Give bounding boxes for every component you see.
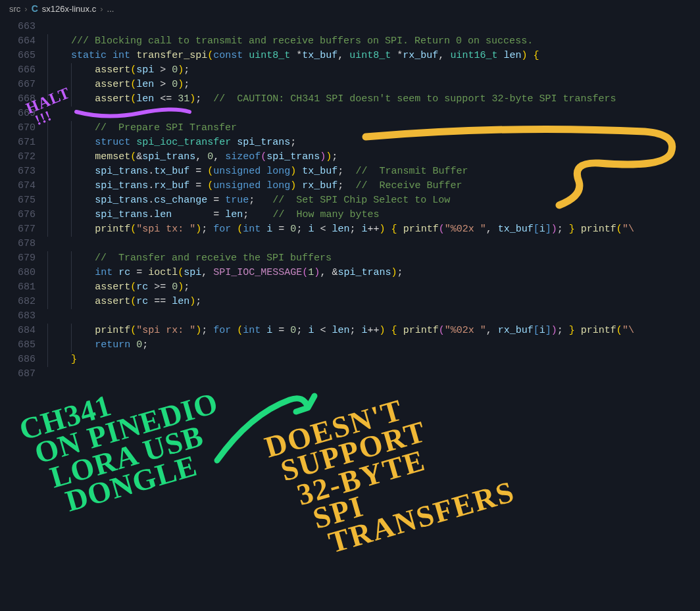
code-content[interactable]: // Transfer and receive the SPI buffers [47,251,700,266]
code-line[interactable]: 679 // Transfer and receive the SPI buff… [0,251,700,266]
code-content[interactable] [47,107,700,121]
line-number: 674 [0,179,47,193]
code-line[interactable]: 687 [0,367,700,381]
line-number: 683 [0,309,47,324]
line-number: 669 [0,107,47,121]
code-content[interactable]: spi_trans.rx_buf = (unsigned long) rx_bu… [47,179,700,193]
code-line[interactable]: 686 } [0,353,700,367]
code-line[interactable]: 676 spi_trans.len = len; // How many byt… [0,208,700,222]
code-line[interactable]: 682 assert(rc == len); [0,295,700,309]
line-number: 686 [0,353,47,367]
line-number: 681 [0,280,47,295]
breadcrumb-root[interactable]: src [9,4,20,14]
line-number: 685 [0,338,47,353]
code-editor[interactable]: 663664 /// Blocking call to transmit and… [0,17,700,381]
code-content[interactable]: } [47,353,700,367]
code-content[interactable]: printf("spi tx: "); for (int i = 0; i < … [47,222,700,237]
line-number: 680 [0,266,47,280]
breadcrumb-more[interactable]: ... [107,4,114,14]
line-number: 663 [0,20,47,34]
line-number: 672 [0,150,47,164]
line-number: 666 [0,63,47,78]
code-line[interactable]: 665 static int transfer_spi(const uint8_… [0,49,700,63]
breadcrumb-file[interactable]: sx126x-linux.c [42,4,96,14]
code-line[interactable]: 681 assert(rc >= 0); [0,280,700,295]
code-content[interactable]: assert(rc >= 0); [47,280,700,295]
line-number: 677 [0,222,47,237]
chevron-right-icon: › [24,4,27,14]
code-content[interactable]: memset(&spi_trans, 0, sizeof(spi_trans))… [47,150,700,164]
line-number: 671 [0,135,47,150]
code-content[interactable]: return 0; [47,338,700,353]
code-line[interactable]: 674 spi_trans.rx_buf = (unsigned long) r… [0,179,700,193]
code-line[interactable]: 664 /// Blocking call to transmit and re… [0,34,700,49]
code-line[interactable]: 667 assert(len > 0); [0,78,700,92]
code-line[interactable]: 685 return 0; [0,338,700,353]
code-content[interactable]: int rc = ioctl(spi, SPI_IOC_MESSAGE(1), … [47,266,700,280]
code-line[interactable]: 671 struct spi_ioc_transfer spi_trans; [0,135,700,150]
line-number: 670 [0,121,47,135]
code-line[interactable]: 677 printf("spi tx: "); for (int i = 0; … [0,222,700,237]
annotation-green-text: CH341 ON PINEDIO LORA USB DONGLE [16,363,236,522]
code-content[interactable] [47,309,700,324]
code-line[interactable]: 673 spi_trans.tx_buf = (unsigned long) t… [0,164,700,179]
line-number: 687 [0,367,47,381]
code-content[interactable]: static int transfer_spi(const uint8_t *t… [47,49,700,63]
code-line[interactable]: 678 [0,237,700,251]
code-content[interactable] [47,367,700,381]
code-line[interactable]: 683 [0,309,700,324]
c-file-icon: C [32,3,38,14]
code-line[interactable]: 663 [0,20,700,34]
code-line[interactable]: 684 printf("spi rx: "); for (int i = 0; … [0,324,700,338]
line-number: 682 [0,295,47,309]
code-line[interactable]: 668 assert(len <= 31); // CAUTION: CH341… [0,92,700,107]
code-content[interactable]: assert(len > 0); [47,78,700,92]
line-number: 668 [0,92,47,107]
code-content[interactable]: printf("spi rx: "); for (int i = 0; i < … [47,324,700,338]
code-content[interactable]: /// Blocking call to transmit and receiv… [47,34,700,49]
line-number: 679 [0,251,47,266]
code-content[interactable]: assert(len <= 31); // CAUTION: CH341 SPI… [47,92,700,107]
code-content[interactable] [47,20,700,34]
code-content[interactable]: spi_trans.len = len; // How many bytes [47,208,700,222]
code-content[interactable]: assert(rc == len); [47,295,700,309]
code-line[interactable]: 680 int rc = ioctl(spi, SPI_IOC_MESSAGE(… [0,266,700,280]
code-line[interactable]: 666 assert(spi > 0); [0,63,700,78]
breadcrumb[interactable]: src › C sx126x-linux.c › ... [0,0,700,17]
code-content[interactable]: spi_trans.tx_buf = (unsigned long) tx_bu… [47,164,700,179]
line-number: 665 [0,49,47,63]
line-number: 676 [0,208,47,222]
code-line[interactable]: 670 // Prepare SPI Transfer [0,121,700,135]
line-number: 664 [0,34,47,49]
line-number: 667 [0,78,47,92]
code-line[interactable]: 675 spi_trans.cs_change = true; // Set S… [0,193,700,208]
code-content[interactable]: // Prepare SPI Transfer [47,121,700,135]
code-line[interactable]: 672 memset(&spi_trans, 0, sizeof(spi_tra… [0,150,700,164]
chevron-right-icon: › [100,4,103,14]
code-content[interactable] [47,237,700,251]
code-content[interactable]: assert(spi > 0); [47,63,700,78]
line-number: 684 [0,324,47,338]
code-content[interactable]: spi_trans.cs_change = true; // Set SPI C… [47,193,700,208]
line-number: 673 [0,164,47,179]
code-line[interactable]: 669 [0,107,700,121]
code-content[interactable]: struct spi_ioc_transfer spi_trans; [47,135,700,150]
line-number: 678 [0,237,47,251]
line-number: 675 [0,193,47,208]
